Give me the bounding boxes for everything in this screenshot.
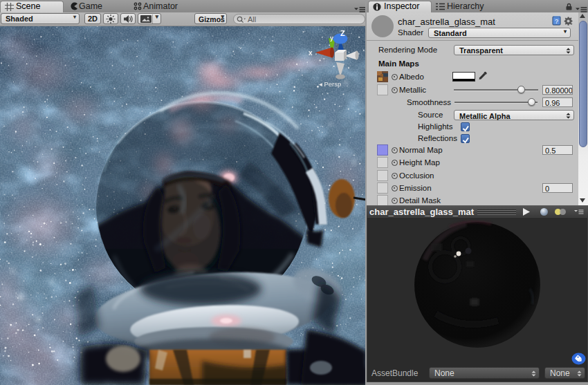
svg-text:x: x xyxy=(309,49,313,57)
svg-text:y: y xyxy=(330,35,333,41)
svg-text:◂ Persp: ◂ Persp xyxy=(319,80,341,88)
svg-text:Z: Z xyxy=(340,29,345,37)
svg-text:?: ? xyxy=(555,18,558,25)
